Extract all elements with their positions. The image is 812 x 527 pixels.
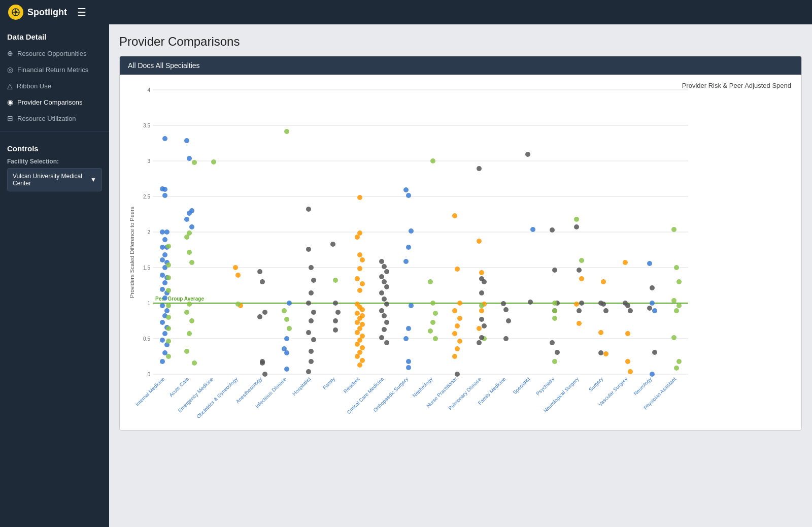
dot bbox=[479, 270, 484, 275]
dot bbox=[160, 229, 165, 235]
dot bbox=[452, 308, 457, 313]
sidebar-item-label: Ribbon Use bbox=[17, 82, 51, 90]
dot bbox=[262, 310, 267, 315]
dot bbox=[184, 349, 189, 354]
app-logo: Spotlight bbox=[8, 5, 67, 20]
dot bbox=[457, 339, 462, 344]
y-axis-label: Providers Scaled Difference to Peers bbox=[129, 206, 135, 298]
app-title: Spotlight bbox=[27, 7, 67, 18]
dot bbox=[403, 259, 409, 264]
dot bbox=[160, 245, 165, 250]
dot bbox=[384, 302, 389, 307]
dot bbox=[403, 187, 409, 192]
xlabel-15: Specialist bbox=[512, 376, 531, 395]
dot bbox=[409, 303, 414, 308]
dot bbox=[287, 301, 292, 306]
controls-section: Controls Facility Selection: Vulcan Univ… bbox=[0, 137, 109, 199]
resource-utilization-icon: ⊟ bbox=[7, 114, 13, 122]
dot bbox=[166, 275, 171, 280]
sidebar-item-resource-opportunities[interactable]: ⊕ Resource Opportunities bbox=[0, 45, 109, 61]
provider-comparisons-icon: ◉ bbox=[7, 98, 13, 106]
dot bbox=[382, 297, 387, 302]
dot bbox=[503, 307, 509, 312]
main-content: Provider Comparisons All Docs All Specia… bbox=[109, 24, 812, 527]
dot bbox=[598, 330, 603, 335]
ytick-15: 1.5 bbox=[143, 265, 150, 271]
dot bbox=[357, 252, 362, 257]
dot bbox=[160, 320, 165, 325]
ytick-25: 2.5 bbox=[143, 194, 150, 200]
dot bbox=[309, 290, 314, 295]
dot bbox=[650, 301, 655, 306]
resource-opportunities-icon: ⊕ bbox=[7, 49, 13, 57]
dot bbox=[671, 335, 676, 340]
dot bbox=[406, 245, 411, 250]
dot bbox=[501, 301, 506, 306]
dot bbox=[184, 235, 189, 240]
dot bbox=[333, 301, 338, 306]
dot bbox=[384, 269, 389, 274]
dot bbox=[309, 349, 314, 354]
sidebar-item-ribbon-use[interactable]: △ Ribbon Use bbox=[0, 78, 109, 94]
dot bbox=[166, 339, 171, 344]
ribbon-use-icon: △ bbox=[7, 82, 13, 90]
dot bbox=[162, 136, 167, 141]
xlabel-7: Family bbox=[322, 376, 336, 391]
dot bbox=[603, 351, 608, 356]
dot bbox=[160, 359, 165, 364]
dot bbox=[403, 336, 409, 341]
dot bbox=[357, 266, 362, 271]
dot bbox=[482, 279, 487, 284]
topbar: Spotlight ☰ bbox=[0, 0, 812, 24]
dot bbox=[379, 308, 384, 313]
dot bbox=[306, 247, 311, 252]
dot bbox=[503, 336, 509, 341]
dot bbox=[184, 310, 189, 315]
dot bbox=[357, 195, 362, 200]
dot bbox=[579, 258, 584, 263]
sidebar-section-title: Data Detail bbox=[0, 24, 109, 45]
dot bbox=[628, 308, 633, 313]
dot bbox=[674, 366, 679, 371]
dot bbox=[162, 331, 167, 336]
sidebar-item-label: Provider Comparisons bbox=[17, 98, 83, 106]
dot bbox=[189, 224, 194, 229]
dot bbox=[479, 290, 484, 295]
dot bbox=[306, 369, 311, 374]
dot bbox=[455, 323, 460, 328]
dot bbox=[601, 279, 606, 284]
sidebar-item-resource-utilization[interactable]: ⊟ Resource Utilization bbox=[0, 110, 109, 126]
page-title: Provider Comparisons bbox=[119, 35, 802, 49]
sidebar-item-financial-return-metrics[interactable]: ◎ Financial Return Metrics bbox=[0, 61, 109, 78]
dot bbox=[479, 303, 484, 308]
dot bbox=[676, 279, 682, 284]
dot bbox=[357, 288, 362, 293]
dot bbox=[311, 278, 316, 283]
dot bbox=[355, 276, 360, 281]
dot bbox=[406, 326, 411, 331]
sidebar-item-label: Financial Return Metrics bbox=[17, 66, 88, 74]
dot bbox=[355, 342, 360, 347]
dot bbox=[282, 308, 287, 313]
dot bbox=[333, 318, 338, 323]
dot bbox=[189, 318, 194, 323]
dot bbox=[552, 316, 557, 321]
dot bbox=[406, 359, 411, 364]
dot bbox=[192, 360, 197, 366]
sidebar-item-label: Resource Opportunities bbox=[17, 50, 87, 57]
dot bbox=[360, 358, 365, 363]
logo-icon bbox=[8, 5, 23, 20]
dot bbox=[187, 250, 192, 255]
facility-select[interactable]: Vulcan University Medical Center ▼ bbox=[7, 168, 102, 191]
dot bbox=[455, 372, 460, 377]
dot bbox=[452, 354, 457, 359]
chart-header: All Docs All Specialties bbox=[120, 56, 801, 75]
dot bbox=[528, 300, 533, 305]
dot bbox=[160, 338, 165, 343]
menu-toggle[interactable]: ☰ bbox=[77, 6, 86, 18]
dot bbox=[574, 302, 579, 307]
xlabel-6: Hospitalist bbox=[291, 376, 312, 397]
dot bbox=[455, 346, 460, 351]
dot bbox=[306, 301, 311, 306]
sidebar-item-provider-comparisons[interactable]: ◉ Provider Comparisons bbox=[0, 94, 109, 110]
